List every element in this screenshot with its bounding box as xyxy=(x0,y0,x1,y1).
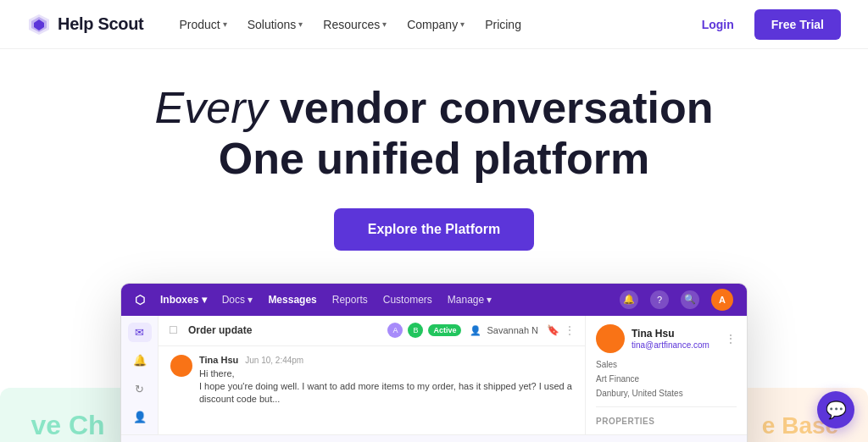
message-body: I hope you're doing well. I want to add … xyxy=(199,380,573,406)
conversation-thread: ☐ Order update A B Active 👤 Savannah N 🔖… xyxy=(159,316,586,434)
contact-email: tina@artfinance.com xyxy=(632,340,709,350)
conv-header-mid: A B Active 👤 Savannah N 🔖 ⋮ xyxy=(387,323,575,338)
chat-widget[interactable]: 💬 xyxy=(817,391,854,428)
side-card-left: ve Ch xyxy=(0,388,136,442)
conv-title: Order update xyxy=(188,324,252,336)
nav-company[interactable]: Company ▾ xyxy=(398,13,473,36)
contact-name: Tina Hsu xyxy=(632,328,709,340)
message-content: Tina Hsu Jun 10, 2:44pm Hi there, I hope… xyxy=(199,355,573,406)
sidebar-bell-icon[interactable]: 🔔 xyxy=(128,351,152,371)
agent-avatar-2: B xyxy=(408,323,423,338)
bell-icon[interactable]: 🔔 xyxy=(620,290,638,309)
app-bottom-bar: 🔍 Answers 💬 Ask xyxy=(121,434,747,442)
contact-more-icon[interactable]: ⋮ xyxy=(725,332,737,345)
sender-avatar xyxy=(170,355,192,377)
nav-resources[interactable]: Resources ▾ xyxy=(314,13,395,36)
search-icon[interactable]: 🔍 xyxy=(681,290,699,309)
contact-info: Tina Hsu tina@artfinance.com xyxy=(596,324,709,353)
app-nav-inboxes[interactable]: Inboxes ▾ xyxy=(160,294,207,306)
app-topbar-right: 🔔 ? 🔍 A xyxy=(620,289,733,311)
bookmark-icon[interactable]: 🔖 xyxy=(547,324,559,336)
logo-link[interactable]: Help Scout xyxy=(27,13,143,36)
properties-label: Properties xyxy=(596,417,654,426)
app-nav-messages[interactable]: Messages xyxy=(268,294,316,306)
message-greeting: Hi there, xyxy=(199,367,573,380)
more-options-icon[interactable]: ⋮ xyxy=(565,324,575,336)
message-row: Tina Hsu Jun 10, 2:44pm Hi there, I hope… xyxy=(170,355,573,406)
app-nav-reports[interactable]: Reports xyxy=(332,294,368,306)
right-panel: Tina Hsu tina@artfinance.com ⋮ Sales Art… xyxy=(586,316,747,434)
message-meta: Tina Hsu Jun 10, 2:44pm xyxy=(199,355,573,365)
conv-thread-header: ☐ Order update A B Active 👤 Savannah N 🔖… xyxy=(159,316,585,346)
explore-platform-button[interactable]: Explore the Platform xyxy=(334,208,534,251)
agent-name: Savannah N xyxy=(487,325,538,335)
contact-role: Sales xyxy=(596,358,737,371)
logo-text: Help Scout xyxy=(58,14,143,34)
login-button[interactable]: Login xyxy=(692,11,744,38)
nav-pricing[interactable]: Pricing xyxy=(476,13,530,36)
help-icon[interactable]: ? xyxy=(650,290,669,309)
contact-location: Danbury, United States xyxy=(596,387,737,400)
nav-solutions[interactable]: Solutions ▾ xyxy=(239,13,312,36)
free-trial-button[interactable]: Free Trial xyxy=(754,9,841,40)
agent-avatar-1: A xyxy=(387,323,403,338)
helpscout-logo-icon xyxy=(27,13,51,36)
chevron-down-icon: ▾ xyxy=(298,19,303,29)
hero-title: Every vendor conversation One unified pl… xyxy=(17,83,851,185)
chevron-down-icon: ▾ xyxy=(382,19,387,29)
contact-avatar xyxy=(596,324,625,353)
app-nav-docs[interactable]: Docs ▾ xyxy=(222,294,253,306)
navbar: Help Scout Product ▾ Solutions ▾ Resourc… xyxy=(0,0,868,49)
sidebar-refresh-icon[interactable]: ↻ xyxy=(128,379,152,400)
user-avatar[interactable]: A xyxy=(711,289,733,311)
send-time: Jun 10, 2:44pm xyxy=(245,356,303,365)
sidebar-user-icon[interactable]: 👤 xyxy=(128,407,152,428)
sender-name: Tina Hsu xyxy=(199,355,238,365)
chevron-down-icon: ▾ xyxy=(223,19,227,29)
app-logo-icon: ⬡ xyxy=(135,293,145,307)
contact-header: Tina Hsu tina@artfinance.com ⋮ xyxy=(596,324,737,353)
nav-product[interactable]: Product ▾ xyxy=(170,13,235,36)
contact-details: Tina Hsu tina@artfinance.com xyxy=(632,328,709,350)
chat-widget-icon: 💬 xyxy=(826,400,847,420)
contact-company: Art Finance xyxy=(596,373,737,385)
sidebar-inbox-icon[interactable]: ✉ xyxy=(128,323,152,343)
active-badge: Active xyxy=(428,324,461,336)
app-window: ⬡ Inboxes ▾ Docs ▾ Messages Reports Cust… xyxy=(120,283,748,442)
app-sidebar: ✉ 🔔 ↻ 👤 xyxy=(121,316,159,434)
app-topbar: ⬡ Inboxes ▾ Docs ▾ Messages Reports Cust… xyxy=(121,284,747,316)
app-nav-manage[interactable]: Manage ▾ xyxy=(448,294,492,306)
app-preview: ve Ch e Base ⬡ Inboxes ▾ Docs ▾ Messages… xyxy=(0,283,868,442)
chevron-down-icon: ▾ xyxy=(460,19,465,29)
conv-body: Tina Hsu Jun 10, 2:44pm Hi there, I hope… xyxy=(159,346,585,420)
app-body: ✉ 🔔 ↻ 👤 ☐ Order update A B Active 👤 Sava… xyxy=(121,316,747,434)
contact-properties-section: Properties xyxy=(596,406,737,428)
app-nav-customers[interactable]: Customers xyxy=(383,294,432,306)
nav-right: Login Free Trial xyxy=(692,9,841,40)
hero-section: Every vendor conversation One unified pl… xyxy=(0,49,868,274)
agent-avatar-3: 👤 xyxy=(470,325,481,336)
nav-links: Product ▾ Solutions ▾ Resources ▾ Compan… xyxy=(170,13,691,36)
